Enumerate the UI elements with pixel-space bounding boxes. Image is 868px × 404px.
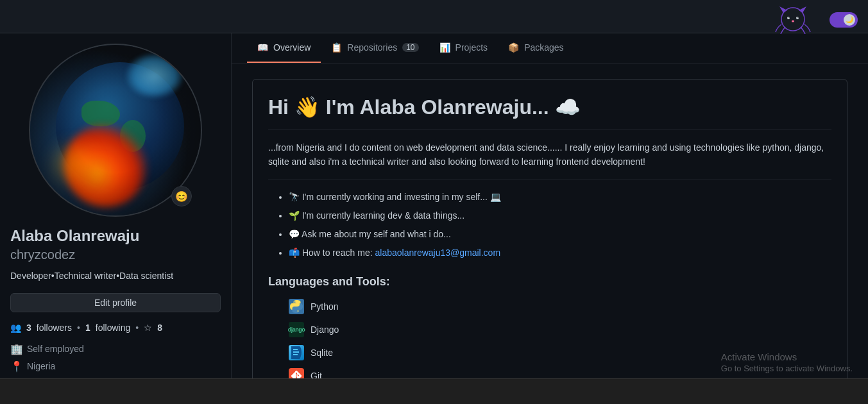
- readme-divider-2: [268, 180, 831, 180]
- bullet-learning: 🌱 I'm currently learning dev & data thin…: [289, 209, 831, 223]
- repo-badge: 10: [402, 43, 418, 52]
- followers-line: 👥 3 followers • 1 following • ☆ 8: [10, 323, 221, 333]
- tab-repositories-label: Repositories: [347, 42, 397, 53]
- meta-list: 🏢 Self employed 📍 Nigeria 🔗 https://link…: [10, 343, 221, 378]
- followers-count: 3: [26, 323, 31, 333]
- sqlite-icon: [289, 345, 304, 360]
- readme-title: Hi 👋 I'm Alaba Olanrewaju... ☁️: [268, 95, 831, 119]
- sidebar: 😊 Alaba Olanrewaju chryzcodez Developer•…: [0, 33, 231, 378]
- bullet-contact: 📫 How to reach me: alabaolanrewaju13@gma…: [289, 246, 831, 260]
- svg-point-7: [792, 21, 794, 22]
- tab-navigation: 📖 Overview 📋 Repositories 10 📊 Projects …: [232, 33, 868, 63]
- emoji-button[interactable]: 😊: [171, 186, 192, 206]
- profile-name: Alaba Olanrewaju: [10, 227, 221, 245]
- tools-section: Languages and Tools: P: [268, 275, 831, 378]
- projects-icon: 📊: [439, 42, 450, 53]
- following-count: 1: [85, 323, 90, 333]
- svg-point-8: [294, 301, 296, 303]
- tool-sqlite-label: Sqlite: [311, 348, 333, 358]
- followers-label: followers: [37, 323, 72, 333]
- tool-sqlite: Sqlite: [289, 345, 831, 360]
- tool-python: Python: [289, 299, 831, 314]
- employment-text: Self employed: [27, 344, 84, 354]
- top-bar: 🌙: [0, 0, 868, 33]
- tab-packages[interactable]: 📦 Packages: [498, 33, 574, 63]
- tool-python-label: Python: [311, 301, 339, 312]
- avatar-container: 😊: [29, 44, 202, 217]
- profile-username: chryzcodez: [10, 248, 221, 262]
- dark-mode-icon: 🌙: [844, 14, 855, 26]
- readme-intro: ...from Nigeria and I do content on web …: [268, 140, 831, 169]
- bullet-working: 🔭 I'm currently working and investing in…: [289, 190, 831, 204]
- tools-heading: Languages and Tools:: [268, 275, 831, 289]
- location-icon: 📍: [10, 360, 22, 373]
- tab-projects-label: Projects: [455, 42, 488, 53]
- building-icon: 🏢: [10, 343, 22, 355]
- tab-packages-label: Packages: [524, 42, 563, 53]
- git-icon: [289, 368, 304, 378]
- contact-email-link[interactable]: alabaolanrewaju13@gmail.com: [375, 248, 501, 258]
- top-bar-right: 🌙: [764, 5, 858, 34]
- stars-icon: ☆: [144, 323, 152, 333]
- tab-repositories[interactable]: 📋 Repositories 10: [321, 33, 429, 63]
- meta-employment: 🏢 Self employed: [10, 343, 221, 355]
- readme-divider: [268, 130, 831, 130]
- bullet-ask: 💬 Ask me about my self and what i do...: [289, 228, 831, 241]
- content-main: Hi 👋 I'm Alaba Olanrewaju... ☁️ ...from …: [232, 63, 868, 378]
- tab-overview[interactable]: 📖 Overview: [247, 33, 321, 63]
- dark-mode-toggle[interactable]: 🌙: [830, 12, 858, 28]
- python-icon: [289, 299, 304, 314]
- meta-location: 📍 Nigeria: [10, 360, 221, 373]
- location-text: Nigeria: [27, 361, 55, 371]
- tool-git: Git: [289, 368, 831, 378]
- readme-bullets: 🔭 I'm currently working and investing in…: [268, 190, 831, 260]
- tab-overview-label: Overview: [273, 42, 311, 53]
- tool-django-label: Django: [311, 324, 339, 335]
- svg-point-6: [797, 17, 799, 18]
- mona-logo: [764, 5, 822, 34]
- packages-icon: 📦: [508, 42, 519, 53]
- repo-icon: 📋: [331, 42, 342, 53]
- tool-git-label: Git: [311, 371, 322, 378]
- tab-projects[interactable]: 📊 Projects: [429, 33, 498, 63]
- profile-bio: Developer•Technical writer•Data scientis…: [10, 270, 221, 283]
- django-icon: django: [289, 322, 304, 337]
- stars-count: 8: [157, 323, 162, 333]
- svg-point-5: [788, 17, 790, 18]
- content-area: 📖 Overview 📋 Repositories 10 📊 Projects …: [231, 33, 868, 378]
- tools-list: Python django Django: [268, 299, 831, 378]
- tool-django: django Django: [289, 322, 831, 337]
- following-label: following: [96, 323, 130, 333]
- windows-taskbar: [0, 378, 868, 404]
- main-layout: 😊 Alaba Olanrewaju chryzcodez Developer•…: [0, 33, 868, 378]
- readme-card: Hi 👋 I'm Alaba Olanrewaju... ☁️ ...from …: [252, 79, 847, 378]
- overview-icon: 📖: [257, 42, 268, 53]
- svg-point-9: [298, 310, 299, 312]
- edit-profile-button[interactable]: Edit profile: [10, 293, 221, 312]
- followers-icon: 👥: [10, 323, 21, 333]
